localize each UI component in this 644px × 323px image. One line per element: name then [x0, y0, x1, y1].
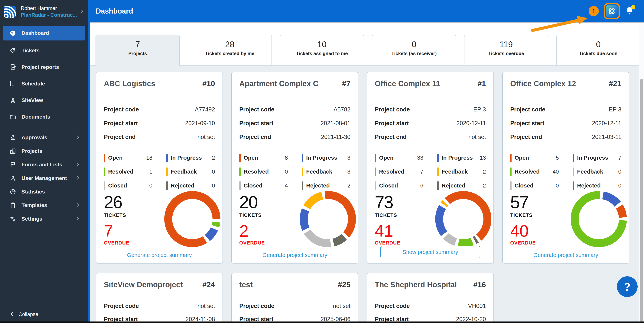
field-row: Project codenot set — [104, 300, 215, 313]
status-open: Open18 — [104, 154, 152, 162]
status-resolved: Resolved40 — [510, 168, 559, 176]
app-switcher-icon[interactable] — [606, 5, 618, 17]
field-value: 2021-11-30 — [321, 134, 350, 140]
approvals-icon — [10, 134, 16, 141]
help-button[interactable]: ? — [617, 276, 638, 297]
field-label: Project start — [375, 120, 409, 127]
sidebar-item-tickets[interactable]: Tickets — [3, 42, 85, 59]
bottom-edge — [0, 322, 644, 323]
field-row: Project start2020-12-11 — [375, 116, 486, 130]
account-switcher[interactable]: Robert Hammer PlanRadar - Construc... — [0, 0, 88, 22]
field-label: Project end — [239, 134, 271, 140]
status-rejected: Rejected2 — [437, 181, 486, 190]
status-color-bar — [510, 154, 512, 162]
generate-project-summary-link[interactable]: Generate project summary — [127, 252, 192, 258]
card-action: Show project summary — [367, 246, 494, 258]
tab-count: 10 — [317, 40, 326, 49]
tab-count: 119 — [500, 40, 513, 49]
sidebar-item-label: Documents — [22, 114, 50, 120]
sidebar-item-settings[interactable]: Settings — [3, 212, 85, 226]
status-color-bar — [573, 168, 574, 176]
status-donut-chart — [435, 191, 492, 247]
scrollbar-thumb[interactable] — [640, 79, 643, 323]
tab-tickets-assigned-to-me[interactable]: 10Tickets assigned to me — [280, 35, 364, 65]
tab-count: 0 — [596, 40, 600, 49]
sidebar-item-siteview[interactable]: SiteView — [3, 92, 85, 109]
field-label: Project code — [239, 303, 274, 310]
status-value: 0 — [149, 182, 152, 189]
status-value: 0 — [285, 168, 288, 175]
ticket-counters: 20TICKETS2OVERDUE — [239, 191, 265, 248]
sidebar-item-label: Forms and Lists — [22, 162, 62, 168]
tickets-count: 57 — [510, 194, 536, 211]
field-row: Project end2021-03-11 — [510, 130, 622, 144]
projects-icon — [10, 148, 16, 155]
status-label: Closed — [514, 182, 556, 189]
field-row: Project codeA5782 — [239, 103, 350, 116]
sidebar-accent-divider — [88, 0, 90, 323]
status-rejected: Rejected0 — [573, 181, 622, 190]
status-value: 2 — [483, 182, 486, 189]
tickets-count: 26 — [104, 194, 130, 211]
overdue-count: 2 — [239, 223, 265, 239]
status-in_progress: In Progress2 — [166, 154, 215, 162]
summary-tabs: 7Projects28Tickets created by me10Ticket… — [96, 35, 640, 66]
account-name: PlanRadar - Construc... — [21, 12, 78, 18]
sidebar-item-label: Schedule — [22, 81, 45, 87]
sidebar-item-schedule[interactable]: Schedule — [3, 75, 85, 92]
siteview-icon — [10, 97, 16, 104]
scrollbar-track[interactable] — [639, 22, 644, 322]
sidebar-item-approvals[interactable]: Approvals — [3, 131, 85, 144]
status-value: 2 — [212, 155, 215, 161]
show-project-summary-button[interactable]: Show project summary — [380, 246, 480, 258]
sidebar-item-user-management[interactable]: User Management — [3, 171, 85, 185]
status-color-bar — [437, 154, 439, 162]
project-number: #16 — [473, 281, 486, 289]
sidebar-item-forms-and-lists[interactable]: Forms and Lists — [3, 158, 85, 171]
field-value: A77492 — [195, 106, 215, 113]
field-row: Project start2021-09-10 — [104, 116, 215, 130]
tab-tickets-as-receiver-[interactable]: 0Tickets (as receiver) — [372, 35, 456, 65]
generate-project-summary-link[interactable]: Generate project summary — [262, 252, 327, 258]
card-metrics: 73TICKETS41OVERDUE — [375, 191, 492, 248]
project-fields: Project codenot setProject start2024-11-… — [104, 300, 215, 323]
sidebar-item-project-reports[interactable]: Project reports — [3, 59, 85, 75]
status-label: In Progress — [442, 155, 480, 161]
tab-tickets-created-by-me[interactable]: 28Tickets created by me — [188, 35, 272, 65]
sidebar-item-documents[interactable]: Documents — [3, 109, 85, 125]
sidebar-item-dashboard[interactable]: Dashboard — [3, 26, 85, 40]
sidebar-item-projects[interactable]: Projects — [3, 144, 85, 158]
status-label: Rejected — [306, 182, 347, 189]
card-action: Generate project summary — [232, 252, 358, 258]
card-action: Generate project summary — [503, 252, 629, 258]
page-title: Dashboard — [96, 7, 133, 15]
status-value: 0 — [618, 168, 622, 175]
top-bar: Dashboard — [90, 0, 644, 22]
status-in_progress: In Progress13 — [437, 154, 486, 162]
status-color-bar — [510, 168, 512, 176]
status-legend: Open18In Progress2Resolved1Feedback0Clos… — [104, 154, 215, 190]
status-color-bar — [437, 168, 439, 176]
status-color-bar — [375, 168, 376, 176]
generate-project-summary-link[interactable]: Generate project summary — [534, 252, 598, 258]
status-label: Open — [379, 155, 417, 161]
sidebar-item-templates[interactable]: Templates — [3, 199, 85, 212]
project-fields: Project codeA77492Project start2021-09-1… — [104, 103, 215, 144]
sidebar-item-statistics[interactable]: Statistics — [3, 185, 85, 199]
tab-tickets-overdue[interactable]: 119Tickets overdue — [464, 35, 548, 65]
status-value: 7 — [618, 155, 622, 161]
tab-label: Tickets overdue — [488, 51, 524, 56]
field-label: Project code — [375, 303, 410, 310]
project-cards-row-1: ABC Logistics#10Project codeA77492Projec… — [96, 72, 629, 264]
tab-projects[interactable]: 7Projects — [96, 35, 180, 66]
collapse-sidebar-button[interactable]: Collapse — [0, 311, 88, 317]
tickets-icon — [10, 47, 16, 54]
sidebar-item-label: Tickets — [22, 48, 40, 54]
status-label: Closed — [379, 182, 420, 189]
status-color-bar — [375, 181, 376, 190]
tab-tickets-due-soon[interactable]: 0Tickets due soon — [556, 35, 640, 65]
project-number: #21 — [609, 79, 622, 88]
notifications-button[interactable] — [625, 6, 634, 16]
status-resolved: Resolved1 — [104, 168, 152, 176]
field-value: 2020-12-11 — [592, 120, 622, 127]
